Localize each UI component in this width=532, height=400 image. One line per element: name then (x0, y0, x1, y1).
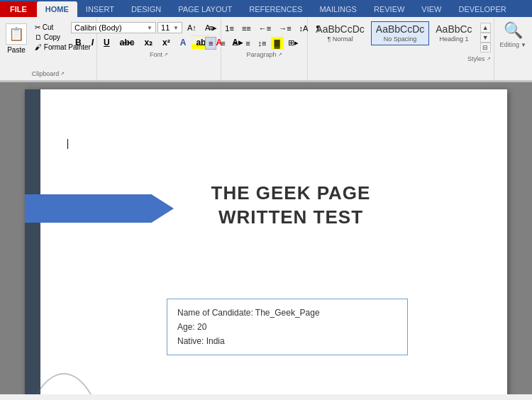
paragraph-expander-icon[interactable]: ↗ (278, 52, 282, 57)
page-title-line2: WRITTEN TEST (167, 206, 415, 230)
bold-button[interactable]: B (71, 35, 86, 50)
document-area: THE GEEK PAGE WRITTEN TEST Name of Candi… (0, 82, 532, 394)
blue-banner (25, 194, 174, 223)
font-dropdown-arrow: ▼ (147, 25, 153, 31)
paste-icon: 📋 (6, 23, 27, 45)
page-title-line1: THE GEEK PAGE (167, 182, 415, 206)
style-heading1-preview: AaBbCc (436, 24, 472, 34)
style-normal[interactable]: AaBbCcDc ¶ Normal (311, 21, 369, 45)
info-box: Name of Candidate: The_Geek_Page Age: 20… (167, 299, 408, 355)
paste-label: Paste (7, 46, 26, 54)
editing-controls: 🔍 (504, 21, 523, 40)
style-normal-label: ¶ Normal (327, 35, 353, 43)
numbering-button[interactable]: 1≡ (221, 22, 238, 35)
editing-expand-icon[interactable]: ▼ (521, 42, 526, 48)
font-group-label: Font ↗ (150, 51, 168, 60)
clipboard-expander-icon[interactable]: ↗ (60, 71, 65, 77)
strikethrough-button[interactable]: abc (116, 35, 139, 50)
shading-button[interactable]: ▓ (271, 37, 284, 50)
superscript-button[interactable]: x² (158, 35, 174, 50)
styles-scroll-buttons: ▲ ▼ ⊟ (480, 21, 491, 54)
italic-button[interactable]: I (87, 35, 98, 50)
borders-button[interactable]: ⊞▸ (284, 36, 302, 50)
font-name-dropdown[interactable]: Calibri (Body) ▼ (71, 22, 156, 33)
tab-insert[interactable]: INSERT (77, 1, 123, 17)
size-dropdown-arrow: ▼ (173, 25, 179, 31)
increase-indent-button[interactable]: →≡ (275, 22, 294, 35)
paragraph-group-label: Paragraph ↗ (247, 51, 282, 60)
styles-expander-icon[interactable]: ↗ (487, 56, 491, 62)
tab-developer[interactable]: DEVELOPER (450, 1, 514, 17)
left-margin-bar (25, 89, 40, 394)
styles-content: AaBbCcDc ¶ Normal AaBbCcDc No Spacing Aa… (311, 21, 490, 54)
paragraph-row1: ≡▸ 1≡ ≡≡ ←≡ →≡ ↕A ¶ (205, 21, 323, 35)
font-group: Calibri (Body) ▼ 11 ▼ A↑ A↓ B I U abc x₂… (97, 18, 221, 80)
tab-review[interactable]: REVIEW (365, 1, 413, 17)
page-title-area: THE GEEK PAGE WRITTEN TEST (167, 182, 415, 230)
styles-group: AaBbCcDc ¶ Normal AaBbCcDc No Spacing Aa… (308, 18, 494, 80)
font-size-dropdown[interactable]: 11 ▼ (157, 22, 182, 33)
editing-group-label: Editing ▼ (500, 41, 526, 50)
align-right-button[interactable]: ≡ (230, 37, 241, 50)
align-center-button[interactable]: ≡ (217, 37, 228, 50)
font-grow-button[interactable]: A↑ (184, 21, 200, 34)
styles-scroll-up[interactable]: ▲ (480, 23, 491, 33)
text-effects-button[interactable]: A (176, 35, 191, 50)
bullets-button[interactable]: ≡▸ (205, 21, 221, 35)
paragraph-row2: ≡ ≡ ≡ ≡ ↕≡ ▓ ⊞▸ (205, 36, 323, 50)
style-no-spacing[interactable]: AaBbCcDc No Spacing (371, 21, 429, 45)
styles-scroll-down[interactable]: ▼ (480, 33, 491, 43)
age-info: Age: 20 (177, 322, 397, 332)
tab-mailings[interactable]: MAILINGS (311, 1, 365, 17)
multilevel-list-button[interactable]: ≡≡ (238, 22, 255, 35)
tab-references[interactable]: REFERENCES (240, 1, 311, 17)
tab-file[interactable]: FILE (0, 1, 37, 17)
tab-design[interactable]: DESIGN (123, 1, 170, 17)
style-normal-preview: AaBbCcDc (316, 24, 364, 34)
tab-bar: FILE HOME INSERT DESIGN PAGE LAYOUT REFE… (0, 0, 532, 17)
line-spacing-button[interactable]: ↕≡ (255, 37, 270, 50)
document-page: THE GEEK PAGE WRITTEN TEST Name of Candi… (25, 89, 507, 394)
underline-button[interactable]: U (99, 35, 114, 50)
justify-button[interactable]: ≡ (242, 37, 253, 50)
align-left-button[interactable]: ≡ (205, 37, 216, 50)
style-heading1[interactable]: AaBbCc Heading 1 (431, 21, 477, 45)
text-cursor (67, 139, 68, 149)
paste-button[interactable]: 📋 Paste (3, 21, 30, 56)
paragraph-controls: ≡▸ 1≡ ≡≡ ←≡ →≡ ↕A ¶ ≡ ≡ ≡ ≡ ↕≡ ▓ ⊞▸ (205, 21, 323, 50)
clipboard-group-label: Clipboard ↗ (32, 70, 65, 79)
editing-group: 🔍 Editing ▼ (494, 18, 532, 80)
candidate-info: Name of Candidate: The_Geek_Page (177, 308, 397, 318)
native-info: Native: India (177, 336, 397, 346)
tab-view[interactable]: VIEW (413, 1, 450, 17)
styles-group-label: Styles ↗ (311, 55, 490, 62)
ribbon-toolbar: 📋 Paste ✂ Cut 🗋 Copy 🖌 Format Painter Cl… (0, 17, 532, 81)
tab-home[interactable]: HOME (37, 1, 77, 17)
style-no-spacing-label: No Spacing (384, 35, 417, 43)
style-no-spacing-preview: AaBbCcDc (376, 24, 424, 34)
decrease-indent-button[interactable]: ←≡ (255, 22, 275, 35)
editing-icon: 🔍 (504, 21, 523, 40)
styles-expand[interactable]: ⊟ (480, 43, 491, 52)
tab-page-layout[interactable]: PAGE LAYOUT (170, 1, 240, 17)
subscript-button[interactable]: x₂ (140, 35, 157, 50)
font-expander-icon[interactable]: ↗ (164, 52, 168, 57)
ribbon-container: FILE HOME INSERT DESIGN PAGE LAYOUT REFE… (0, 0, 532, 17)
paragraph-group: ≡▸ 1≡ ≡≡ ←≡ →≡ ↕A ¶ ≡ ≡ ≡ ≡ ↕≡ ▓ ⊞▸ Para… (221, 18, 308, 80)
style-heading1-label: Heading 1 (439, 35, 468, 43)
decorative-lines (35, 373, 135, 394)
